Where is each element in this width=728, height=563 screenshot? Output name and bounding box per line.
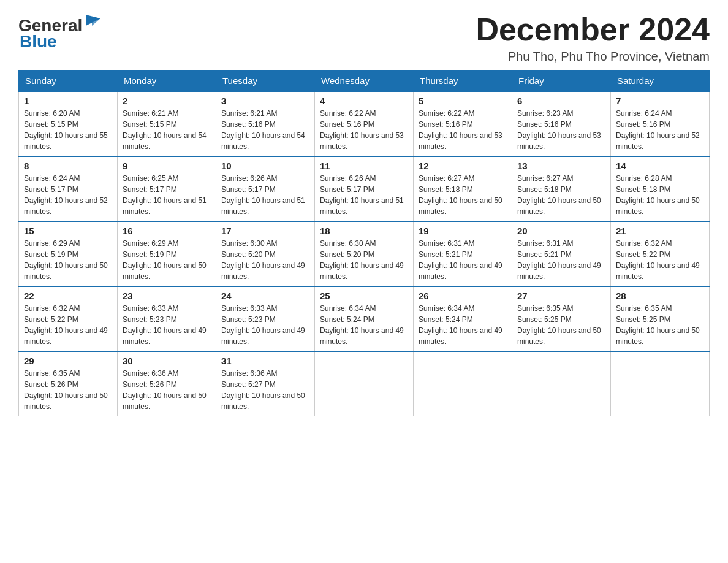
day-info: Sunrise: 6:26 AMSunset: 5:17 PMDaylight:… — [221, 173, 309, 217]
day-number: 2 — [123, 96, 211, 106]
calendar-week-row-3: 15Sunrise: 6:29 AMSunset: 5:19 PMDayligh… — [19, 221, 710, 286]
day-info: Sunrise: 6:27 AMSunset: 5:18 PMDaylight:… — [517, 173, 605, 217]
logo-blue-text: Blue — [20, 32, 57, 52]
day-info: Sunrise: 6:35 AMSunset: 5:25 PMDaylight:… — [517, 303, 605, 347]
day-number: 13 — [517, 161, 605, 171]
day-number: 30 — [123, 356, 211, 366]
calendar-day-17: 17Sunrise: 6:30 AMSunset: 5:20 PMDayligh… — [216, 221, 315, 286]
calendar-day-13: 13Sunrise: 6:27 AMSunset: 5:18 PMDayligh… — [512, 156, 611, 221]
day-info: Sunrise: 6:25 AMSunset: 5:17 PMDaylight:… — [123, 173, 211, 217]
day-info: Sunrise: 6:35 AMSunset: 5:25 PMDaylight:… — [616, 303, 704, 347]
day-number: 16 — [123, 226, 211, 236]
calendar-day-30: 30Sunrise: 6:36 AMSunset: 5:26 PMDayligh… — [118, 351, 216, 416]
day-number: 20 — [517, 226, 605, 236]
day-number: 29 — [24, 356, 112, 366]
calendar-day-24: 24Sunrise: 6:33 AMSunset: 5:23 PMDayligh… — [216, 286, 315, 351]
day-info: Sunrise: 6:33 AMSunset: 5:23 PMDaylight:… — [123, 303, 211, 347]
day-info: Sunrise: 6:34 AMSunset: 5:24 PMDaylight:… — [320, 303, 408, 347]
day-info: Sunrise: 6:35 AMSunset: 5:26 PMDaylight:… — [24, 368, 112, 412]
day-info: Sunrise: 6:22 AMSunset: 5:16 PMDaylight:… — [320, 108, 408, 152]
day-number: 5 — [419, 96, 507, 106]
calendar-day-3: 3Sunrise: 6:21 AMSunset: 5:16 PMDaylight… — [216, 91, 315, 156]
column-header-thursday: Thursday — [414, 71, 512, 92]
calendar-day-7: 7Sunrise: 6:24 AMSunset: 5:16 PMDaylight… — [611, 91, 710, 156]
title-section: December 2024 Phu Tho, Phu Tho Province,… — [476, 12, 710, 64]
calendar-day-29: 29Sunrise: 6:35 AMSunset: 5:26 PMDayligh… — [19, 351, 118, 416]
day-number: 7 — [616, 96, 704, 106]
day-info: Sunrise: 6:32 AMSunset: 5:22 PMDaylight:… — [24, 303, 112, 347]
day-info: Sunrise: 6:24 AMSunset: 5:16 PMDaylight:… — [616, 108, 704, 152]
calendar-day-14: 14Sunrise: 6:28 AMSunset: 5:18 PMDayligh… — [611, 156, 710, 221]
day-number: 3 — [221, 96, 309, 106]
day-info: Sunrise: 6:21 AMSunset: 5:15 PMDaylight:… — [123, 108, 211, 152]
calendar-week-row-4: 22Sunrise: 6:32 AMSunset: 5:22 PMDayligh… — [19, 286, 710, 351]
day-number: 22 — [24, 291, 112, 301]
calendar-day-6: 6Sunrise: 6:23 AMSunset: 5:16 PMDaylight… — [512, 91, 611, 156]
calendar-header-row: SundayMondayTuesdayWednesdayThursdayFrid… — [19, 71, 710, 92]
day-number: 17 — [221, 226, 309, 236]
day-number: 8 — [24, 161, 112, 171]
day-number: 28 — [616, 291, 704, 301]
calendar-day-12: 12Sunrise: 6:27 AMSunset: 5:18 PMDayligh… — [414, 156, 512, 221]
calendar-day-4: 4Sunrise: 6:22 AMSunset: 5:16 PMDaylight… — [315, 91, 414, 156]
day-number: 9 — [123, 161, 211, 171]
month-title: December 2024 — [476, 12, 710, 47]
day-number: 6 — [517, 96, 605, 106]
column-header-wednesday: Wednesday — [315, 71, 414, 92]
column-header-friday: Friday — [512, 71, 611, 92]
calendar-day-25: 25Sunrise: 6:34 AMSunset: 5:24 PMDayligh… — [315, 286, 414, 351]
calendar-table: SundayMondayTuesdayWednesdayThursdayFrid… — [18, 70, 710, 416]
calendar-empty-cell — [414, 351, 512, 416]
calendar-empty-cell — [611, 351, 710, 416]
day-info: Sunrise: 6:30 AMSunset: 5:20 PMDaylight:… — [221, 238, 309, 282]
day-info: Sunrise: 6:20 AMSunset: 5:15 PMDaylight:… — [24, 108, 112, 152]
calendar-empty-cell — [512, 351, 611, 416]
day-number: 21 — [616, 226, 704, 236]
column-header-tuesday: Tuesday — [216, 71, 315, 92]
day-number: 27 — [517, 291, 605, 301]
day-info: Sunrise: 6:33 AMSunset: 5:23 PMDaylight:… — [221, 303, 309, 347]
day-info: Sunrise: 6:29 AMSunset: 5:19 PMDaylight:… — [24, 238, 112, 282]
calendar-day-10: 10Sunrise: 6:26 AMSunset: 5:17 PMDayligh… — [216, 156, 315, 221]
day-number: 31 — [221, 356, 309, 366]
day-number: 26 — [419, 291, 507, 301]
column-header-sunday: Sunday — [19, 71, 118, 92]
day-number: 10 — [221, 161, 309, 171]
day-info: Sunrise: 6:26 AMSunset: 5:17 PMDaylight:… — [320, 173, 408, 217]
day-number: 14 — [616, 161, 704, 171]
column-header-monday: Monday — [118, 71, 216, 92]
calendar-week-row-5: 29Sunrise: 6:35 AMSunset: 5:26 PMDayligh… — [19, 351, 710, 416]
calendar-day-26: 26Sunrise: 6:34 AMSunset: 5:24 PMDayligh… — [414, 286, 512, 351]
calendar-empty-cell — [315, 351, 414, 416]
day-number: 18 — [320, 226, 408, 236]
calendar-day-27: 27Sunrise: 6:35 AMSunset: 5:25 PMDayligh… — [512, 286, 611, 351]
column-header-saturday: Saturday — [611, 71, 710, 92]
svg-marker-1 — [92, 18, 100, 26]
day-info: Sunrise: 6:36 AMSunset: 5:26 PMDaylight:… — [123, 368, 211, 412]
calendar-day-15: 15Sunrise: 6:29 AMSunset: 5:19 PMDayligh… — [19, 221, 118, 286]
calendar-day-21: 21Sunrise: 6:32 AMSunset: 5:22 PMDayligh… — [611, 221, 710, 286]
location-text: Phu Tho, Phu Tho Province, Vietnam — [476, 50, 710, 64]
day-info: Sunrise: 6:24 AMSunset: 5:17 PMDaylight:… — [24, 173, 112, 217]
day-number: 11 — [320, 161, 408, 171]
calendar-day-1: 1Sunrise: 6:20 AMSunset: 5:15 PMDaylight… — [19, 91, 118, 156]
calendar-day-18: 18Sunrise: 6:30 AMSunset: 5:20 PMDayligh… — [315, 221, 414, 286]
day-number: 19 — [419, 226, 507, 236]
day-number: 24 — [221, 291, 309, 301]
day-info: Sunrise: 6:27 AMSunset: 5:18 PMDaylight:… — [419, 173, 507, 217]
day-info: Sunrise: 6:31 AMSunset: 5:21 PMDaylight:… — [419, 238, 507, 282]
page-header: General Blue December 2024 Phu Tho, Phu … — [18, 12, 710, 64]
calendar-day-5: 5Sunrise: 6:22 AMSunset: 5:16 PMDaylight… — [414, 91, 512, 156]
calendar-day-31: 31Sunrise: 6:36 AMSunset: 5:27 PMDayligh… — [216, 351, 315, 416]
calendar-week-row-1: 1Sunrise: 6:20 AMSunset: 5:15 PMDaylight… — [19, 91, 710, 156]
day-number: 1 — [24, 96, 112, 106]
calendar-day-2: 2Sunrise: 6:21 AMSunset: 5:15 PMDaylight… — [118, 91, 216, 156]
logo-flag-icon — [83, 12, 105, 34]
day-number: 25 — [320, 291, 408, 301]
calendar-day-11: 11Sunrise: 6:26 AMSunset: 5:17 PMDayligh… — [315, 156, 414, 221]
calendar-day-20: 20Sunrise: 6:31 AMSunset: 5:21 PMDayligh… — [512, 221, 611, 286]
calendar-day-9: 9Sunrise: 6:25 AMSunset: 5:17 PMDaylight… — [118, 156, 216, 221]
calendar-day-8: 8Sunrise: 6:24 AMSunset: 5:17 PMDaylight… — [19, 156, 118, 221]
day-info: Sunrise: 6:29 AMSunset: 5:19 PMDaylight:… — [123, 238, 211, 282]
calendar-day-19: 19Sunrise: 6:31 AMSunset: 5:21 PMDayligh… — [414, 221, 512, 286]
